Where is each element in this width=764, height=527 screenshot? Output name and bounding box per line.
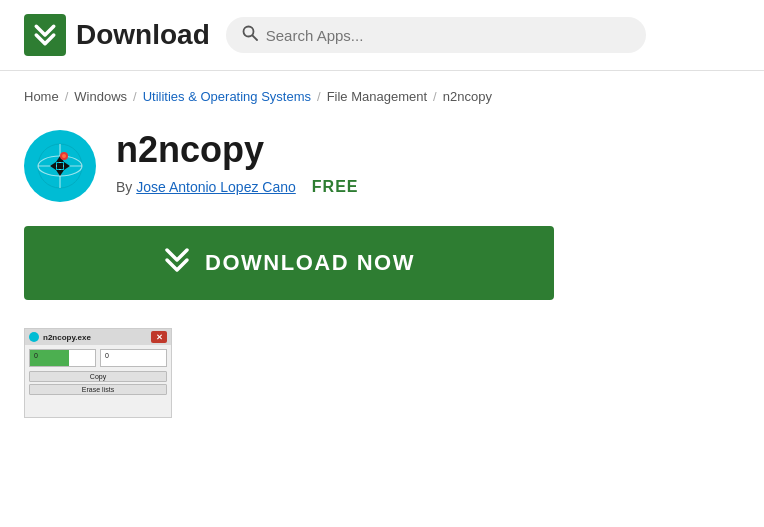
ss-progress-row: 0 0 <box>29 349 167 367</box>
ss-titlebar: n2ncopy.exe ✕ <box>25 329 171 345</box>
app-price: FREE <box>312 178 359 196</box>
logo[interactable]: Download <box>24 14 210 56</box>
search-input[interactable] <box>266 27 630 44</box>
breadcrumb-utilities[interactable]: Utilities & Operating Systems <box>143 89 311 104</box>
ss-progress-left: 0 <box>29 349 96 367</box>
app-by-label: By Jose Antonio Lopez Cano <box>116 179 296 195</box>
screenshot-area: n2ncopy.exe ✕ 0 0 Copy Erase lists <box>24 328 740 418</box>
search-bar[interactable] <box>226 17 646 53</box>
download-now-label: DOWNLOAD NOW <box>205 250 415 276</box>
logo-text: Download <box>76 19 210 51</box>
ss-title-icon <box>29 332 39 342</box>
ss-buttons: Copy Erase lists <box>29 371 167 395</box>
download-chevron-icon <box>163 246 191 280</box>
svg-rect-10 <box>57 163 63 169</box>
breadcrumb-current: n2ncopy <box>443 89 492 104</box>
app-info: n2ncopy By Jose Antonio Lopez Cano FREE <box>116 130 358 196</box>
ss-progress-right: 0 <box>100 349 167 367</box>
ss-close-btn[interactable]: ✕ <box>151 331 167 343</box>
screenshot-image: n2ncopy.exe ✕ 0 0 Copy Erase lists <box>24 328 172 418</box>
breadcrumb-windows[interactable]: Windows <box>74 89 127 104</box>
ss-erase-btn[interactable]: Erase lists <box>29 384 167 395</box>
app-icon <box>24 130 96 202</box>
header: Download <box>0 0 764 71</box>
breadcrumb-sep-3: / <box>317 89 321 104</box>
app-author-link[interactable]: Jose Antonio Lopez Cano <box>136 179 296 195</box>
breadcrumb-sep-2: / <box>133 89 137 104</box>
app-meta: By Jose Antonio Lopez Cano FREE <box>116 178 358 196</box>
breadcrumb-sep-4: / <box>433 89 437 104</box>
ss-progress-label-left: 0 <box>34 352 38 359</box>
download-now-button[interactable]: DOWNLOAD NOW <box>24 226 554 300</box>
main-content: n2ncopy By Jose Antonio Lopez Cano FREE … <box>0 114 764 434</box>
breadcrumb: Home / Windows / Utilities & Operating S… <box>0 71 764 114</box>
svg-line-1 <box>252 36 257 41</box>
ss-copy-btn[interactable]: Copy <box>29 371 167 382</box>
breadcrumb-filemanagement[interactable]: File Management <box>327 89 427 104</box>
svg-point-13 <box>31 334 37 340</box>
ss-progress-label-right: 0 <box>105 352 109 359</box>
svg-point-12 <box>62 154 66 158</box>
app-header: n2ncopy By Jose Antonio Lopez Cano FREE <box>24 130 740 202</box>
breadcrumb-home[interactable]: Home <box>24 89 59 104</box>
ss-body: 0 0 Copy Erase lists <box>25 345 171 417</box>
search-icon <box>242 25 258 45</box>
logo-icon <box>24 14 66 56</box>
ss-title-text: n2ncopy.exe <box>43 333 91 342</box>
breadcrumb-sep-1: / <box>65 89 69 104</box>
app-name: n2ncopy <box>116 130 358 170</box>
